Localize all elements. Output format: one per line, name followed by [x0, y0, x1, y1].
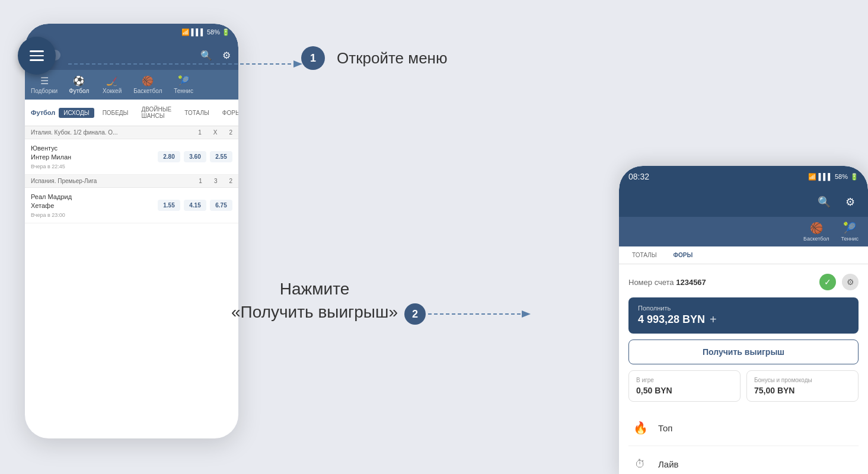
phone2-sub-fory[interactable]: ФОРЫ [670, 250, 697, 260]
account-number-value: 1234567 [676, 278, 706, 287]
sub-tab-double[interactable]: ДВОЙНЫЕ ШАНСЫ [136, 104, 176, 121]
team-home-juventus: Ювентус [31, 144, 158, 153]
signal-icon: ▌▌▌ [192, 28, 205, 36]
menu-burger-button[interactable] [18, 37, 56, 75]
svg-text:2: 2 [412, 308, 418, 320]
burger-line-2 [30, 55, 44, 57]
odd-1-juventus[interactable]: 2.80 [158, 151, 180, 162]
menu-item-live[interactable]: ⏱ Лайв [628, 446, 859, 474]
phone2-battery-icon: 🔋 [850, 173, 859, 181]
balance-amount-text: 4 993,28 BYN [638, 313, 705, 326]
phone2-settings-icon[interactable]: ⚙ [842, 194, 859, 210]
juventus-teams: Ювентус Интер Милан Вчера в 22:45 [31, 144, 158, 169]
live-label: Лайв [658, 459, 679, 469]
juventus-odds: 2.80 3.60 2.55 [158, 151, 232, 162]
phone2-tennis-label: Теннис [841, 236, 859, 242]
sport-tab-football[interactable]: ⚽ Футбол [67, 75, 91, 94]
odd-x-juventus[interactable]: 3.60 [184, 151, 206, 162]
collections-icon: ☰ [40, 75, 49, 87]
battery-icon: 🔋 [222, 28, 230, 36]
team-away-getafe: Хетафе [31, 201, 158, 210]
sport-tab-basketball[interactable]: 🏀 Баскетбол [133, 75, 162, 94]
menu-item-top[interactable]: 🔥 Топ [628, 410, 859, 446]
match-realmadrid: Реал Мадрид Хетафе Вчера в 23:00 1.55 4.… [25, 188, 238, 223]
phone2-sub-totals[interactable]: ТОТАЛЫ [628, 250, 660, 260]
phone1-screen: 📶 ▌▌▌ 58% 🔋 ЛАЙВ 🔍 ⚙ ☰ Подборки ⚽ Футбол [25, 24, 238, 438]
step2-text-block: Нажмите «Получить выигрыш» [231, 277, 398, 324]
phone2-sport-basketball[interactable]: 🏀 Баскетбол [803, 222, 829, 242]
phone2-nav: 🔍 ⚙ [619, 187, 868, 217]
battery-label: 58% [207, 28, 220, 36]
phone1: 📶 ▌▌▌ 58% 🔋 ЛАЙВ 🔍 ⚙ ☰ Подборки ⚽ Футбол [25, 24, 238, 438]
bonuses-card: Бонусы и промокоды 75,00 BYN [746, 370, 859, 402]
settings-gear-icon[interactable]: ⚙ [842, 274, 859, 290]
check-verified-icon[interactable]: ✓ [819, 274, 836, 290]
burger-line-3 [30, 59, 44, 61]
juventus-time: Вчера в 22:45 [31, 164, 158, 169]
phone2-account-area: Номер счета 1234567 ✓ ⚙ Пополнить 4 993,… [619, 264, 868, 474]
real-odds: 1.55 4.15 6.75 [158, 200, 232, 211]
arrow2-svg: 2 [403, 302, 540, 326]
real-time: Вчера в 23:00 [31, 212, 158, 218]
svg-marker-5 [522, 310, 531, 318]
sport-tab-hockey[interactable]: 🏒 Хоккей [100, 75, 124, 94]
phone2-basketball-label: Баскетбол [803, 236, 829, 242]
phone2-search-icon[interactable]: 🔍 [816, 194, 832, 210]
sub-tab-wins[interactable]: ПОБЕДЫ [98, 108, 133, 118]
step1-circle: 1 [301, 46, 325, 70]
hockey-icon: 🏒 [106, 75, 118, 87]
odd-x-real[interactable]: 4.15 [184, 200, 206, 211]
phone2-status-bar: 08:32 📶 ▌▌▌ 58% 🔋 [619, 166, 868, 187]
phone2: 08:32 📶 ▌▌▌ 58% 🔋 🔍 ⚙ 🏀 Баскетбол 🎾 Тенн… [619, 166, 868, 474]
odds-hx-2: 3 [214, 178, 218, 184]
sub-tab-fory[interactable]: ФОРЫ [218, 108, 238, 118]
spain-section-label: Испания. Премьер-Лига [31, 178, 97, 184]
phone2-sports-bar: 🏀 Баскетбол 🎾 Теннис [619, 217, 868, 246]
sub-tab-outcomes[interactable]: ИСХОДЫ [59, 108, 94, 118]
odd-2-real[interactable]: 6.75 [210, 200, 232, 211]
step2-line2: «Получить выигрыш» [231, 300, 398, 324]
burger-lines [30, 50, 44, 61]
phone2-signal-icon: ▌▌▌ [819, 173, 832, 180]
sport-tab-collections[interactable]: ☰ Подборки [31, 75, 58, 94]
phone2-basketball-icon: 🏀 [810, 222, 823, 235]
collections-label: Подборки [31, 88, 58, 94]
phone1-status-icons: 📶 ▌▌▌ 58% 🔋 [181, 28, 230, 36]
phone2-sport-tennis[interactable]: 🎾 Теннис [841, 222, 859, 242]
match-section-spain: Испания. Премьер-Лига 1 3 2 [25, 175, 238, 188]
football-label: Футбол [69, 88, 89, 94]
live-clock-icon: ⏱ [631, 454, 650, 473]
balance-action-label: Пополнить [638, 305, 849, 312]
account-action-icons: ✓ ⚙ [819, 274, 859, 290]
match-juventus: Ювентус Интер Милан Вчера в 22:45 2.80 3… [25, 139, 238, 175]
odd-1-real[interactable]: 1.55 [158, 200, 180, 211]
phone2-time: 08:32 [628, 172, 649, 181]
sub-tab-totals[interactable]: ТОТАЛЫ [180, 108, 214, 118]
odds-h2-2: 2 [229, 178, 232, 184]
account-label-text: Номер счета [628, 278, 674, 287]
fire-icon: 🔥 [631, 418, 650, 437]
odd-2-juventus[interactable]: 2.55 [210, 151, 232, 162]
sport-active-label: Футбол [31, 109, 55, 116]
in-game-card: В игре 0,50 BYN [628, 370, 741, 402]
phone2-wifi-icon: 📶 [808, 173, 816, 181]
bonuses-label: Бонусы и промокоды [754, 377, 851, 383]
basketball-label: Баскетбол [133, 88, 162, 94]
arrow1-svg [62, 52, 311, 76]
in-game-value: 0,50 BYN [636, 386, 733, 395]
phone2-tennis-icon: 🎾 [843, 222, 856, 235]
tennis-icon: 🎾 [178, 75, 190, 87]
sport-tab-tennis[interactable]: 🎾 Теннис [172, 75, 196, 94]
small-cards-row: В игре 0,50 BYN Бонусы и промокоды 75,00… [628, 370, 859, 402]
step2-line1: Нажмите [231, 277, 398, 300]
get-winnings-button[interactable]: Получить выигрыш [628, 340, 859, 364]
step1-container: 1 Откройте меню [301, 46, 447, 70]
balance-button[interactable]: Пополнить 4 993,28 BYN + [628, 297, 859, 334]
odds-h2: 2 [229, 129, 232, 136]
phone2-screen: 08:32 📶 ▌▌▌ 58% 🔋 🔍 ⚙ 🏀 Баскетбол 🎾 Тенн… [619, 166, 868, 474]
phone2-status-icons: 📶 ▌▌▌ 58% 🔋 [808, 173, 859, 181]
basketball-icon: 🏀 [142, 75, 154, 87]
odds-hx: X [213, 129, 218, 136]
tennis-label: Теннис [174, 88, 193, 94]
sub-tabs-bar: Футбол ИСХОДЫ ПОБЕДЫ ДВОЙНЫЕ ШАНСЫ ТОТАЛ… [25, 100, 238, 126]
